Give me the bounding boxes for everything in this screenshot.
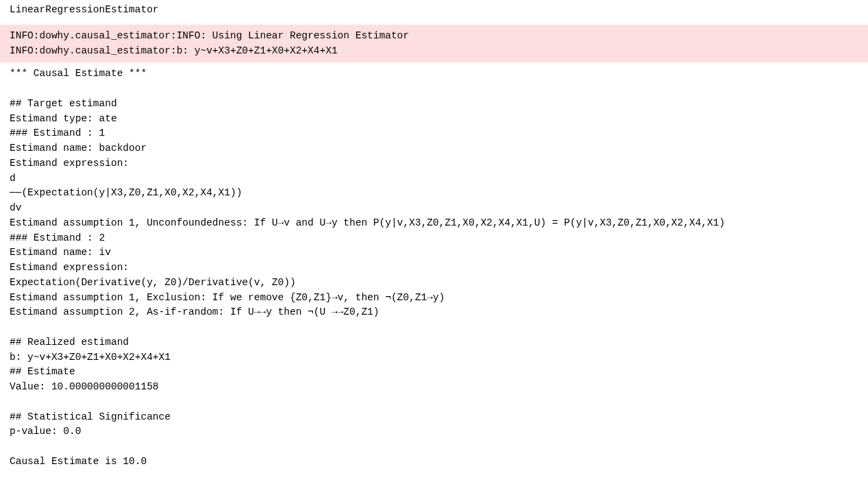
output-container: LinearRegressionEstimator INFO:dowhy.cau… xyxy=(0,0,868,474)
causal-estimate-output: *** Causal Estimate *** ## Target estima… xyxy=(0,62,868,473)
estimator-header: LinearRegressionEstimator xyxy=(0,0,868,25)
info-log-block: INFO:dowhy.causal_estimator:INFO: Using … xyxy=(0,25,868,63)
